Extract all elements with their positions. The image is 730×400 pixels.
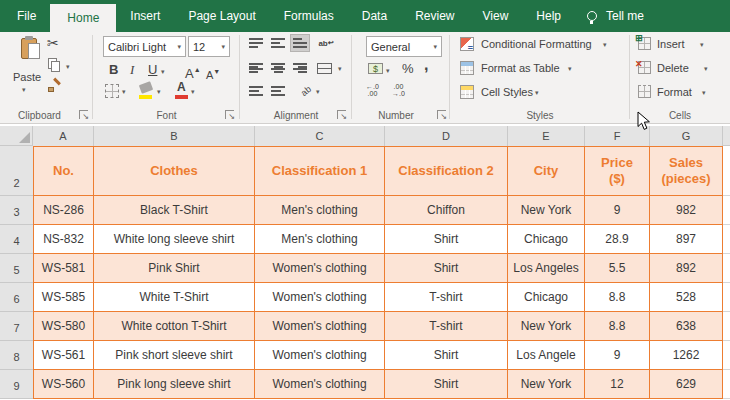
data-cell[interactable]: Men's clothing	[255, 225, 385, 254]
data-cell[interactable]: 9	[585, 341, 650, 370]
data-cell[interactable]: 5.5	[585, 254, 650, 283]
data-cell[interactable]: 8.8	[585, 283, 650, 312]
font-dialog-launcher[interactable]: ↘	[225, 110, 234, 119]
decrease-decimal-button[interactable]: .00 →.0	[392, 83, 405, 97]
table-header-cell[interactable]: Classification 2	[385, 146, 508, 196]
empty-cell[interactable]	[723, 341, 730, 370]
row-header-7[interactable]: 7	[0, 312, 33, 341]
percent-style-button[interactable]: %	[402, 62, 414, 76]
data-cell[interactable]: 1262	[650, 341, 723, 370]
ribbon-tab-data[interactable]: Data	[348, 0, 401, 32]
data-cell[interactable]: 8.8	[585, 312, 650, 341]
align-right-button[interactable]	[290, 59, 310, 77]
data-cell[interactable]: 982	[650, 196, 723, 225]
data-cell[interactable]: White T-Shirt	[94, 283, 255, 312]
row-header-2[interactable]: 2	[0, 146, 33, 196]
table-header-cell[interactable]: City	[508, 146, 585, 196]
data-cell[interactable]: Chicago	[508, 283, 585, 312]
data-cell[interactable]: WS-580	[33, 312, 94, 341]
row-header-3[interactable]: 3	[0, 196, 33, 225]
data-cell[interactable]: 12	[585, 370, 650, 399]
data-cell[interactable]: Shirt	[385, 370, 508, 399]
data-cell[interactable]: Pink short sleeve shirt	[94, 341, 255, 370]
data-cell[interactable]: New York	[508, 370, 585, 399]
fill-dropdown-arrow[interactable]: ▾	[157, 88, 161, 96]
column-header-C[interactable]: C	[255, 126, 385, 146]
ribbon-tab-formulas[interactable]: Formulas	[270, 0, 348, 32]
table-header-cell[interactable]: Clothes	[94, 146, 255, 196]
align-left-button[interactable]	[246, 59, 266, 77]
increase-decimal-button[interactable]: ←.0 .00	[366, 83, 379, 97]
data-cell[interactable]: WS-581	[33, 254, 94, 283]
row-header-4[interactable]: 4	[0, 225, 33, 254]
data-cell[interactable]: Women's clothing	[255, 254, 385, 283]
format-painter-button[interactable]	[47, 78, 63, 94]
center-button[interactable]	[268, 59, 288, 77]
data-cell[interactable]: Shirt	[385, 225, 508, 254]
data-cell[interactable]: 897	[650, 225, 723, 254]
data-cell[interactable]: New York	[508, 312, 585, 341]
number-format-select[interactable]: General▾	[366, 36, 442, 57]
data-cell[interactable]: Shirt	[385, 254, 508, 283]
merge-dropdown-arrow[interactable]: ▾	[338, 65, 342, 73]
empty-cell[interactable]	[723, 146, 730, 196]
row-header-5[interactable]: 5	[0, 254, 33, 283]
column-header-B[interactable]: B	[94, 126, 255, 146]
borders-button[interactable]	[105, 84, 119, 98]
data-cell[interactable]: WS-585	[33, 283, 94, 312]
table-header-cell[interactable]: Price ($)	[585, 146, 650, 196]
font-size-select[interactable]: 12▾	[188, 36, 230, 57]
borders-dropdown-arrow[interactable]: ▾	[122, 88, 126, 96]
middle-align-button[interactable]	[268, 34, 288, 52]
data-cell[interactable]: 9	[585, 196, 650, 225]
ribbon-tab-view[interactable]: View	[469, 0, 523, 32]
bottom-align-button[interactable]	[290, 34, 310, 52]
bold-button[interactable]: B	[109, 63, 118, 77]
data-cell[interactable]: Women's clothing	[255, 312, 385, 341]
ribbon-tab-file[interactable]: File	[3, 0, 50, 32]
wrap-text-button[interactable]: ab↩	[316, 34, 336, 52]
data-cell[interactable]: Pink long sleeve shirt	[94, 370, 255, 399]
font-color-dropdown-arrow[interactable]: ▾	[191, 88, 195, 96]
column-header-partial[interactable]	[723, 126, 730, 146]
clipboard-dialog-launcher[interactable]: ↘	[79, 110, 88, 119]
data-cell[interactable]: NS-832	[33, 225, 94, 254]
select-all-corner[interactable]	[0, 126, 33, 146]
empty-cell[interactable]	[723, 312, 730, 341]
increase-indent-button[interactable]	[268, 82, 288, 100]
data-cell[interactable]: Men's clothing	[255, 196, 385, 225]
data-cell[interactable]: Black T-Shirt	[94, 196, 255, 225]
data-cell[interactable]: WS-560	[33, 370, 94, 399]
data-cell[interactable]: Pink Shirt	[94, 254, 255, 283]
underline-button[interactable]: U	[148, 63, 157, 77]
data-cell[interactable]: Los Angele	[508, 341, 585, 370]
merge-center-button[interactable]	[314, 59, 334, 77]
data-cell[interactable]: Women's clothing	[255, 341, 385, 370]
alignment-dialog-launcher[interactable]: ↘	[337, 110, 346, 119]
number-dialog-launcher[interactable]: ↘	[437, 110, 446, 119]
data-cell[interactable]: Women's clothing	[255, 370, 385, 399]
column-header-D[interactable]: D	[385, 126, 508, 146]
row-header-9[interactable]: 9	[0, 370, 33, 399]
data-cell[interactable]: White cotton T-Shirt	[94, 312, 255, 341]
empty-cell[interactable]	[723, 370, 730, 399]
data-cell[interactable]: White long sleeve shirt	[94, 225, 255, 254]
data-cell[interactable]: Shirt	[385, 341, 508, 370]
table-header-cell[interactable]: Sales (pieces)	[650, 146, 723, 196]
decrease-indent-button[interactable]	[246, 82, 266, 100]
data-cell[interactable]: Los Angeles	[508, 254, 585, 283]
data-cell[interactable]: 638	[650, 312, 723, 341]
table-header-cell[interactable]: No.	[33, 146, 94, 196]
ribbon-tab-review[interactable]: Review	[401, 0, 468, 32]
cut-button[interactable]: ✂	[47, 36, 59, 50]
accounting-format-button[interactable]	[368, 63, 383, 74]
column-header-G[interactable]: G	[650, 126, 723, 146]
data-cell[interactable]: 892	[650, 254, 723, 283]
copy-dropdown-arrow[interactable]: ▾	[66, 63, 70, 71]
fill-color-button[interactable]	[139, 82, 155, 100]
data-cell[interactable]: 528	[650, 283, 723, 312]
copy-button[interactable]	[48, 58, 62, 73]
row-header-8[interactable]: 8	[0, 341, 33, 370]
italic-button[interactable]: I	[130, 63, 134, 77]
underline-dropdown-arrow[interactable]: ▾	[161, 68, 165, 76]
